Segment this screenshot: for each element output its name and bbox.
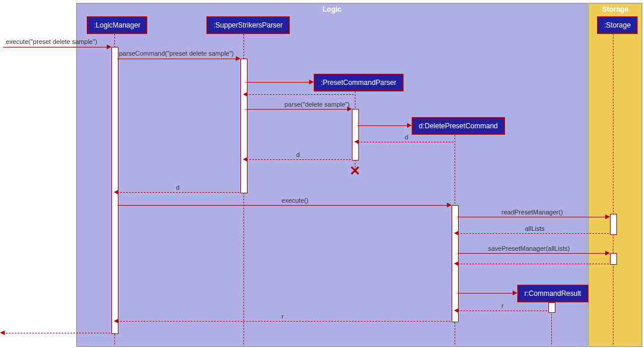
participant-logic-manager: :LogicManager	[87, 16, 147, 34]
msg-return-d2: d	[296, 151, 300, 158]
arrowhead-execute-2	[447, 203, 452, 207]
msg-return-d1: d	[405, 134, 408, 141]
participant-supper-strikers-parser: :SupperStrikersParser	[206, 16, 290, 34]
arrowhead-return-pcp-create	[243, 92, 248, 97]
destroy-pcp: ✕	[348, 165, 361, 178]
msg-return-d3: d	[176, 184, 179, 191]
arrow-parse-command	[117, 59, 239, 59]
arrowhead-parse-command	[236, 56, 240, 61]
msg-save-preset-manager: savePresetManager(allLists)	[488, 245, 570, 252]
arrowhead-return-d2	[243, 157, 248, 162]
frame-label-storage: Storage	[596, 4, 635, 15]
arrow-return-r2	[117, 321, 450, 322]
frame-storage: Storage	[588, 3, 642, 347]
arrowhead-save-return	[454, 261, 459, 266]
msg-return-r1: r	[501, 302, 504, 309]
lifeline-storage	[613, 34, 614, 344]
activation-storage-2	[610, 253, 617, 265]
activation-command-result	[548, 302, 555, 313]
msg-parse: parse("delete sample")	[284, 101, 350, 108]
msg-return-r2: r	[282, 313, 284, 320]
arrow-return-pcp-create	[246, 94, 354, 95]
arrowhead-read-preset-manager	[605, 214, 610, 219]
participant-command-result: r:CommandResult	[517, 285, 588, 302]
participant-preset-command-parser: :PresetCommandParser	[314, 74, 404, 91]
arrowhead-execute-1	[107, 45, 111, 49]
arrow-all-lists	[457, 233, 609, 234]
frame-label-logic: Logic	[317, 4, 347, 15]
arrow-save-return	[457, 264, 609, 264]
arrow-create-dpc	[358, 125, 411, 126]
arrow-parse	[246, 109, 351, 110]
arrow-read-preset-manager	[457, 217, 609, 217]
activation-supper-strikers-parser-1	[240, 59, 248, 193]
arrow-create-cr	[457, 293, 516, 294]
arrow-execute-2	[117, 205, 450, 206]
arrowhead-return-r2	[114, 319, 118, 323]
arrowhead-create-dpc	[407, 123, 412, 128]
arrowhead-return-d1	[354, 139, 359, 144]
arrowhead-create-pcp	[309, 80, 314, 84]
participant-delete-preset-command: d:DeletePresetCommand	[412, 117, 505, 135]
activation-storage-1	[610, 214, 617, 235]
arrow-return-d2	[246, 159, 351, 160]
msg-all-lists: allLists	[525, 225, 545, 232]
arrow-execute-1	[3, 47, 110, 47]
arrowhead-return-external	[0, 330, 5, 335]
msg-parse-command: parseCommand("preset delete sample")	[119, 50, 234, 57]
arrow-return-external	[3, 333, 110, 333]
arrow-return-d1	[358, 142, 453, 142]
msg-execute-2: execute()	[282, 197, 309, 204]
arrowhead-save-preset-manager	[605, 251, 610, 255]
arrowhead-all-lists	[454, 231, 459, 236]
arrow-save-preset-manager	[457, 253, 609, 254]
arrowhead-create-cr	[513, 291, 517, 295]
arrow-create-pcp	[246, 82, 313, 83]
arrowhead-return-d3	[114, 190, 118, 195]
msg-read-preset-manager: readPresetManager()	[501, 209, 563, 216]
msg-execute-1: execute("preset delete sample")	[6, 38, 97, 45]
participant-storage: :Storage	[597, 16, 638, 34]
arrow-return-d3	[117, 192, 239, 193]
arrowhead-return-r1	[454, 308, 459, 313]
activation-preset-command-parser	[352, 109, 359, 161]
arrow-return-r1	[457, 311, 547, 311]
